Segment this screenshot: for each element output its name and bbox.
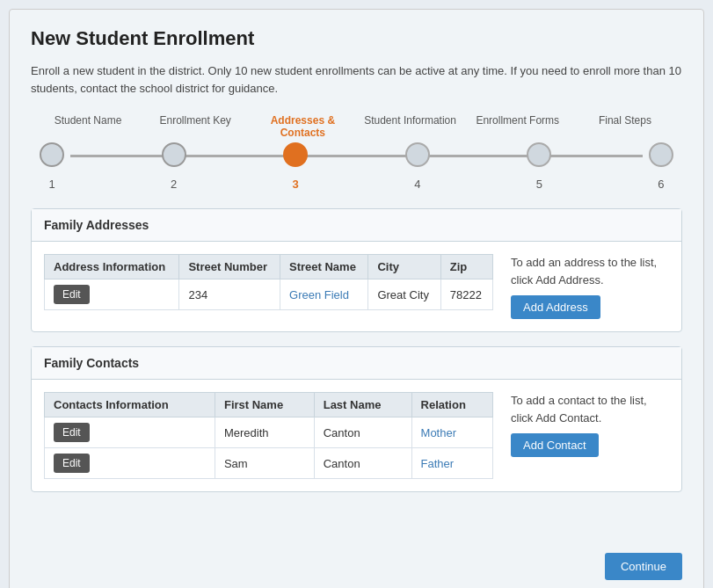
step-label-1: Student Name [40, 114, 136, 139]
step-num-1: 1 [40, 178, 64, 191]
family-contacts-content: Contacts Information First Name Last Nam… [32, 380, 681, 491]
step-label-2: Enrollment Key [147, 114, 244, 139]
step-num-6: 6 [649, 178, 673, 191]
addr-col-street-name: Street Name [280, 255, 368, 279]
contact-edit-button-1[interactable]: Edit [54, 454, 90, 473]
contact-relation-0: Mother [411, 417, 492, 448]
addresses-table-area: Address Information Street Number Street… [44, 254, 493, 319]
contact-edit-cell-0: Edit [45, 417, 215, 448]
step-circle-4 [405, 142, 430, 167]
addr-col-city: City [368, 255, 440, 279]
contact-col-first: First Name [215, 393, 314, 417]
step-num-4: 4 [405, 178, 430, 191]
contact-col-last: Last Name [314, 393, 411, 417]
step-circle-2 [162, 142, 186, 167]
step-num-3: 3 [283, 178, 308, 191]
step-circle-1 [40, 142, 64, 167]
address-street-number: 234 [179, 279, 280, 310]
add-contact-hint: To add a contact to the list, click Add … [511, 392, 669, 426]
stepper-labels: Student Name Enrollment Key Addresses & … [31, 114, 682, 139]
contact-first-1: Sam [215, 448, 314, 479]
add-address-hint: To add an address to the list, click Add… [511, 254, 669, 288]
addr-col-zip: Zip [440, 255, 492, 279]
contacts-side-area: To add a contact to the list, click Add … [511, 392, 669, 479]
address-edit-cell: Edit [45, 279, 179, 310]
family-contacts-section: Family Contacts Contacts Information Fir… [31, 346, 682, 492]
family-addresses-content: Address Information Street Number Street… [32, 242, 681, 331]
address-edit-button[interactable]: Edit [54, 285, 90, 304]
contact-row-1: Edit Sam Canton Father [45, 448, 493, 479]
step-label-4: Student Information [362, 114, 459, 139]
address-city: Great City [368, 279, 440, 310]
contact-last-1: Canton [314, 448, 411, 479]
address-row-0: Edit 234 Green Field Great City 78222 [45, 279, 493, 310]
step-label-5: Enrollment Forms [469, 114, 566, 139]
contact-edit-button-0[interactable]: Edit [54, 423, 90, 442]
addr-col-info: Address Information [45, 255, 179, 279]
page-title: New Student Enrollment [31, 27, 682, 50]
contact-first-0: Meredith [215, 417, 314, 448]
stepper-track [31, 142, 682, 174]
address-zip: 78222 [440, 279, 492, 310]
step-circle-5 [527, 142, 551, 167]
step-label-3: Addresses & Contacts [254, 114, 351, 139]
step-circle-3 [283, 142, 308, 167]
address-street-name: Green Field [280, 279, 368, 310]
step-num-5: 5 [527, 178, 551, 191]
page-description: Enroll a new student in the district. On… [31, 62, 682, 97]
contact-row-0: Edit Meredith Canton Mother [45, 417, 493, 448]
contacts-table: Contacts Information First Name Last Nam… [44, 392, 493, 479]
contact-last-0: Canton [314, 417, 411, 448]
step-label-6: Final Steps [577, 114, 673, 139]
contact-col-relation: Relation [411, 393, 492, 417]
continue-button[interactable]: Continue [605, 553, 682, 580]
contact-edit-cell-1: Edit [45, 448, 215, 479]
stepper-numbers: 1 2 3 4 5 6 [31, 178, 682, 191]
addresses-table: Address Information Street Number Street… [44, 254, 493, 310]
contact-relation-1: Father [411, 448, 492, 479]
contact-col-info: Contacts Information [45, 393, 215, 417]
add-contact-button[interactable]: Add Contact [511, 433, 599, 457]
step-num-2: 2 [162, 178, 186, 191]
step-circle-6 [649, 142, 673, 167]
family-contacts-header: Family Contacts [32, 347, 681, 380]
addresses-side-area: To add an address to the list, click Add… [511, 254, 669, 319]
family-addresses-section: Family Addresses Address Information Str… [31, 208, 682, 332]
family-addresses-header: Family Addresses [32, 209, 681, 242]
contacts-table-area: Contacts Information First Name Last Nam… [44, 392, 493, 479]
addr-col-street-num: Street Number [179, 255, 280, 279]
stepper-circles [40, 142, 673, 167]
enrollment-container: New Student Enrollment Enroll a new stud… [9, 9, 704, 588]
add-address-button[interactable]: Add Address [511, 295, 600, 319]
